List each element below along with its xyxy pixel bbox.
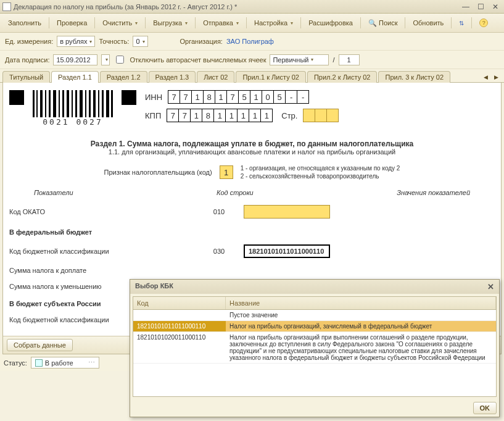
- sign-label: Признак налогоплательщика (код): [104, 169, 212, 176]
- grid-row[interactable]: 18210101011011000110Налог на прибыль орг…: [133, 321, 496, 332]
- cell[interactable]: [326, 109, 339, 122]
- tab-title[interactable]: Титульный: [2, 71, 50, 83]
- grid-header-code[interactable]: Код: [133, 297, 226, 309]
- explain-button[interactable]: Расшифровка: [304, 17, 357, 29]
- cell: -: [285, 90, 297, 104]
- column-headers: Показатели Код строки Значения показател…: [9, 189, 495, 196]
- tab-section-1-1[interactable]: Раздел 1.1: [51, 71, 99, 83]
- svg-rect-2: [40, 90, 43, 117]
- cell[interactable]: [303, 109, 315, 122]
- search-label: Поиск: [379, 19, 397, 27]
- separator: [471, 17, 472, 28]
- inn-cells: 7718175105--: [168, 90, 309, 104]
- separator: [195, 17, 196, 28]
- export-button[interactable]: Выгрузка: [149, 17, 192, 29]
- refresh-button[interactable]: Обновить: [408, 17, 448, 29]
- fill-button[interactable]: Заполнить: [4, 17, 46, 29]
- row-label: Код ОКАТО: [9, 208, 194, 215]
- help-button[interactable]: ?: [475, 16, 492, 30]
- check-button[interactable]: Проверка: [52, 17, 91, 29]
- cell: 5: [273, 90, 286, 104]
- window-title: Декларация по налогу на прибыль (за Янва…: [14, 3, 460, 10]
- order-button[interactable]: ⇅: [455, 17, 468, 29]
- org-label: Организация:: [180, 38, 223, 45]
- modal-ok-button[interactable]: OK: [473, 402, 497, 414]
- value-input[interactable]: [244, 205, 330, 219]
- autocalc-checkbox[interactable]: [116, 56, 124, 64]
- section-heading: Раздел 1. Сумма налога, подлежащая уплат…: [9, 140, 495, 156]
- form-row: Код ОКАТО010: [9, 205, 495, 219]
- tab-scroll-right[interactable]: ▶: [491, 72, 502, 82]
- svg-rect-7: [62, 90, 64, 117]
- correction-number-input[interactable]: 1: [339, 54, 360, 65]
- status-value: В работе: [45, 359, 73, 367]
- grid-cell-name: Налог на прибыль организаций, зачисляемы…: [226, 321, 496, 331]
- app-icon: [2, 2, 11, 11]
- tab-appendix-1[interactable]: Прил.1 к Листу 02: [236, 71, 306, 83]
- barcode-text: 0021 0027: [43, 117, 102, 127]
- cell: 1: [190, 109, 202, 122]
- cell: 7: [167, 109, 179, 122]
- status-field[interactable]: В работе ⋯: [31, 357, 99, 369]
- separator: [360, 17, 361, 28]
- settings-button[interactable]: Настройка: [250, 17, 297, 29]
- modal-titlebar: Выбор КБК ✕: [130, 280, 499, 294]
- unit-label: Ед. измерения:: [5, 38, 53, 45]
- sign-row: Признак налогоплательщика (код) 1 1 - ор…: [9, 164, 495, 180]
- send-button[interactable]: Отправка: [199, 17, 243, 29]
- cell: 8: [202, 109, 214, 122]
- row-label: Сумма налога к доплате: [9, 267, 194, 274]
- svg-rect-13: [89, 90, 91, 117]
- tab-appendix-3[interactable]: Прил. 3 к Листу 02: [378, 71, 450, 83]
- modal-grid: Код Название Пустое значение182101010110…: [133, 296, 497, 397]
- precision-select[interactable]: 0: [133, 36, 147, 47]
- slash: /: [333, 56, 334, 64]
- maximize-button[interactable]: ☐: [474, 2, 487, 12]
- svg-rect-3: [45, 90, 46, 117]
- svg-rect-15: [98, 90, 99, 117]
- sign-legend-2: 2 - сельскохозяйственный товаропроизводи…: [241, 172, 400, 180]
- sign-date-input[interactable]: 15.09.2012: [53, 54, 97, 65]
- correction-number-value: 1: [347, 56, 350, 64]
- date-picker-button[interactable]: [101, 54, 110, 65]
- grid-header-name[interactable]: Название: [226, 297, 496, 309]
- grid-cell-code: [133, 310, 226, 320]
- tab-appendix-2[interactable]: Прил.2 к Листу 02: [307, 71, 378, 83]
- grid-row[interactable]: Пустое значение: [133, 310, 496, 321]
- org-link[interactable]: ЗАО Полиграф: [226, 38, 274, 45]
- cell: 7: [168, 90, 180, 104]
- cell: 1: [237, 109, 249, 122]
- inn-label: ИНН: [145, 93, 162, 102]
- cell: 1: [260, 109, 273, 122]
- sign-code-input[interactable]: 1: [220, 165, 233, 179]
- doc-type-value: Первичный: [273, 56, 308, 64]
- barcode-bars: [33, 90, 113, 117]
- header-block: 0021 0027 ИНН 7718175105-- КПП 771811111…: [9, 90, 495, 127]
- kpp-cells: 771811111: [167, 109, 273, 122]
- doc-type-select[interactable]: Первичный: [270, 54, 329, 65]
- grid-header: Код Название: [133, 297, 496, 310]
- unit-value: в рублях: [60, 38, 87, 45]
- tab-scroll-left[interactable]: ◀: [481, 72, 491, 82]
- modal-close-button[interactable]: ✕: [487, 282, 494, 291]
- tab-scroll: ◀ ▶: [481, 72, 502, 82]
- status-label: Статус:: [4, 359, 27, 367]
- svg-rect-4: [49, 90, 51, 117]
- cell[interactable]: [315, 109, 327, 122]
- barcode: 0021 0027: [33, 90, 113, 127]
- grid-row[interactable]: 18210101020011000110Налог на прибыль орг…: [133, 332, 496, 364]
- kbk-value-input[interactable]: 18210101011011000110: [244, 244, 330, 258]
- close-button[interactable]: ✕: [489, 2, 502, 12]
- tab-section-1-3[interactable]: Раздел 1.3: [149, 71, 196, 83]
- search-button[interactable]: Поиск: [364, 17, 402, 30]
- svg-rect-5: [53, 90, 56, 117]
- unit-select[interactable]: в рублях: [57, 36, 95, 47]
- separator: [246, 17, 247, 28]
- tab-sheet-02[interactable]: Лист 02: [197, 71, 234, 83]
- collect-data-button[interactable]: Собрать данные: [7, 339, 73, 351]
- cell: 8: [203, 90, 215, 104]
- svg-rect-14: [93, 90, 96, 117]
- minimize-button[interactable]: —: [460, 2, 472, 12]
- clear-button[interactable]: Очистить: [98, 17, 142, 29]
- tab-section-1-2[interactable]: Раздел 1.2: [100, 71, 147, 83]
